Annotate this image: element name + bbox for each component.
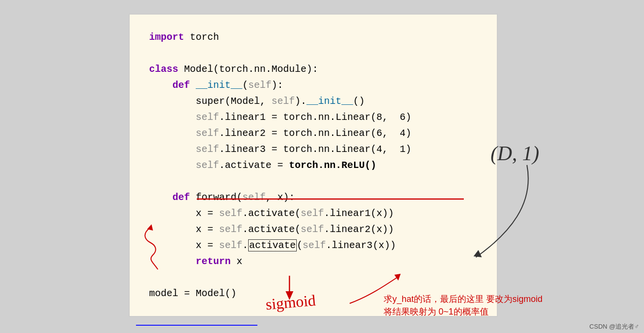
code-line-6: self.linear1 = torch.nn.Linear(8, 6) <box>149 109 477 125</box>
svg-text:(D, 1): (D, 1) <box>491 142 539 165</box>
code-panel: import torch class Model(torch.nn.Module… <box>129 14 498 317</box>
code-line-9: self.activate = torch.nn.ReLU() <box>149 157 477 173</box>
code-line-blank1 <box>149 45 477 61</box>
code-line-12: x = self.activate(self.linear1(x)) <box>149 205 477 221</box>
code-line-13: x = self.activate(self.linear2(x)) <box>149 221 477 237</box>
relu-text: torch.nn.ReLU() <box>289 160 376 171</box>
code-line-14: x = self.activate(self.linear3(x)) <box>149 237 477 253</box>
watermark: CSDN @追光者♂ <box>590 322 639 331</box>
code-line-3: class Model(torch.nn.Module): <box>149 61 477 77</box>
slide-container: import torch class Model(torch.nn.Module… <box>0 0 644 333</box>
code-line-1: import torch <box>149 29 477 45</box>
code-line-15: return x <box>149 253 477 269</box>
code-line-blank2 <box>149 173 477 189</box>
code-line-7: self.linear2 = torch.nn.Linear(6, 4) <box>149 125 477 141</box>
code-line-5: super(Model, self).__init__() <box>149 93 477 109</box>
code-line-4: def __init__(self): <box>149 77 477 93</box>
code-line-8: self.linear3 = torch.nn.Linear(4, 1) <box>149 141 477 157</box>
code-line-blank3 <box>149 269 477 285</box>
code-line-11: def forward(self, x): <box>149 189 477 205</box>
code-line-17: model = Model() <box>149 285 477 301</box>
